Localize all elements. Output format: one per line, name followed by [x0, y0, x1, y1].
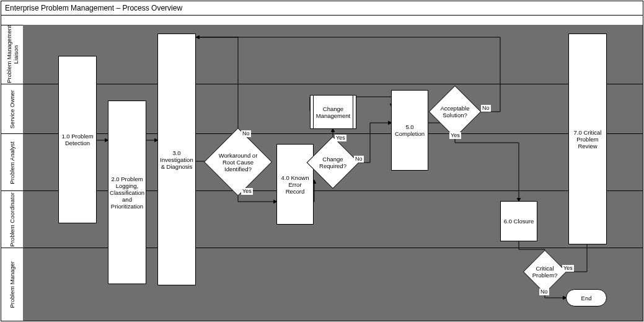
subprocess-change-management: Change Management: [310, 95, 356, 129]
label-yes: Yes: [241, 188, 253, 195]
label-yes: Yes: [335, 135, 346, 141]
label-yes: Yes: [562, 265, 574, 272]
lane-label-liaison: Problem Management Liaison: [1, 25, 24, 84]
label-no: No: [241, 130, 251, 137]
decision-workaround: Workaround or Root Cause Identified?: [214, 138, 262, 186]
lane-label-service-owner: Service Owner: [1, 84, 24, 134]
label-yes: Yes: [449, 132, 461, 139]
decision-acceptable-solution: Acceptable Solution?: [436, 93, 474, 130]
lane-label-problem-manager: Problem Manager: [1, 248, 24, 321]
decision-critical-problem: Critical Problem?: [529, 256, 560, 287]
diagram-frame: Enterprise Problem Management – Process …: [1, 1, 643, 321]
process-completion: 5.0 Completion: [391, 90, 428, 171]
page-title: Enterprise Problem Management – Process …: [1, 1, 643, 16]
label-no: No: [539, 288, 549, 295]
decision-change-required: Change Required?: [314, 144, 351, 181]
sub-header: [1, 15, 643, 25]
terminator-end: End: [566, 289, 607, 306]
lane-label-problem-coordinator: Problem Coordinator: [1, 190, 24, 248]
process-problem-detection: 1.0 Problem Detection: [58, 56, 97, 223]
label-no: No: [481, 105, 491, 112]
swimlanes: Problem Management Liaison Service Owner…: [1, 25, 643, 321]
lane-label-problem-analyst: Problem Analyst: [1, 133, 24, 191]
pool: 1.0 Problem Detection 2.0 Problem Loggin…: [23, 25, 643, 321]
process-closure: 6.0 Closure: [500, 201, 537, 241]
lane-labels: Problem Management Liaison Service Owner…: [1, 25, 23, 321]
process-investigation: 3.0 Investigation & Diagnosis: [157, 34, 196, 285]
process-critical-review: 7.0 Critical Problem Review: [568, 34, 607, 244]
label-no: No: [354, 156, 364, 163]
process-problem-logging: 2.0 Problem Logging, Classification and …: [108, 101, 146, 284]
process-known-error: 4.0 Known Error Record: [276, 144, 314, 225]
